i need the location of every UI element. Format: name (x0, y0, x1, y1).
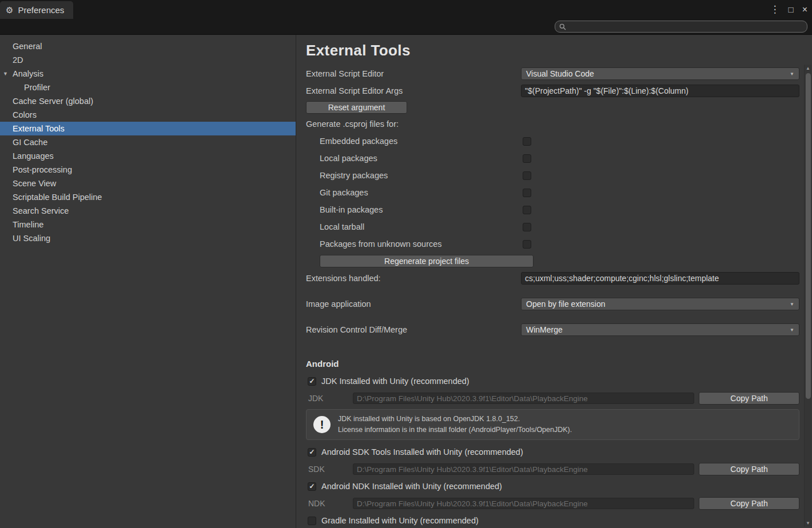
checkbox-embedded-packages[interactable] (523, 137, 531, 146)
jdk-label: JDK (306, 394, 353, 403)
sidebar-item-languages[interactable]: Languages (0, 149, 296, 163)
revision-control-label: Revision Control Diff/Merge (306, 325, 521, 334)
tab-preferences[interactable]: ⚙ Preferences (0, 1, 73, 19)
checkbox-git-packages[interactable] (523, 189, 531, 197)
checkbox-local-packages[interactable] (523, 154, 531, 163)
check-icon: ✓ (309, 378, 315, 385)
scrollbar-thumb[interactable] (806, 73, 811, 399)
menu-icon[interactable]: ⋮ (770, 5, 780, 14)
sdk-path-field (353, 463, 694, 475)
checkbox-builtin-packages[interactable] (523, 206, 531, 214)
sidebar-item-profiler[interactable]: Profiler (0, 81, 296, 94)
search-icon (559, 23, 566, 30)
sidebar-item-post-processing[interactable]: Post-processing (0, 163, 296, 177)
chevron-down-icon: ▼ (790, 71, 794, 77)
sidebar-item-scene-view[interactable]: Scene View (0, 177, 296, 190)
sdk-installed-label: Android SDK Tools Installed with Unity (… (321, 447, 523, 457)
check-icon: ✓ (309, 449, 315, 455)
search-field[interactable] (555, 21, 807, 33)
sidebar-item-search-service[interactable]: Search Service (0, 204, 296, 218)
sidebar-item-external-tools[interactable]: External Tools (0, 122, 296, 135)
external-script-editor-dropdown[interactable]: Visual Studio Code ▼ (521, 67, 799, 80)
jdk-path-field (353, 393, 694, 404)
content-area: General 2D ▼Analysis Profiler Cache Serv… (0, 35, 812, 528)
ndk-copy-path-button[interactable]: Copy Path (699, 497, 799, 510)
local-tarball-label: Local tarball (306, 222, 521, 231)
registry-packages-label: Registry packages (306, 171, 521, 180)
sidebar-item-ui-scaling[interactable]: UI Scaling (0, 231, 296, 245)
preferences-window: ⚙ Preferences ⋮ □ × General 2D ▼Analysis… (0, 0, 812, 528)
scrollbar[interactable]: ▲ ▼ (804, 65, 811, 527)
scroll-up-icon[interactable]: ▲ (805, 65, 811, 72)
checkbox-unknown-sources[interactable] (523, 240, 531, 249)
image-application-label: Image application (306, 299, 521, 309)
sdk-copy-path-button[interactable]: Copy Path (699, 463, 799, 475)
ndk-path-field (353, 498, 694, 509)
script-editor-args-input[interactable] (521, 85, 799, 97)
sidebar-item-cache-server[interactable]: Cache Server (global) (0, 94, 296, 108)
checkbox-registry-packages[interactable] (523, 171, 531, 180)
sidebar-item-2d[interactable]: 2D (0, 53, 296, 67)
jdk-info-line1: JDK installed with Unity is based on Ope… (338, 414, 572, 425)
scroll-down-icon[interactable]: ▼ (805, 519, 811, 527)
info-icon: ! (313, 416, 331, 433)
search-input[interactable] (569, 22, 803, 31)
maximize-icon[interactable]: □ (789, 5, 794, 14)
builtin-packages-label: Built-in packages (306, 205, 521, 214)
embedded-packages-label: Embedded packages (306, 137, 521, 146)
local-packages-label: Local packages (306, 154, 521, 163)
sdk-installed-checkbox[interactable]: ✓ (308, 448, 316, 457)
git-packages-label: Git packages (306, 188, 521, 197)
external-script-editor-label: External Script Editor (306, 69, 521, 78)
sidebar: General 2D ▼Analysis Profiler Cache Serv… (0, 35, 296, 528)
chevron-down-icon: ▼ (790, 302, 794, 307)
jdk-info-box: ! JDK installed with Unity is based on O… (306, 409, 799, 440)
checkbox-local-tarball[interactable] (523, 223, 531, 231)
sidebar-item-scriptable-build-pipeline[interactable]: Scriptable Build Pipeline (0, 190, 296, 204)
page-title: External Tools (306, 42, 799, 59)
window-controls: ⋮ □ × (770, 0, 807, 19)
toolbar (0, 19, 812, 35)
close-icon[interactable]: × (802, 5, 807, 14)
image-application-dropdown[interactable]: Open by file extension ▼ (521, 298, 799, 310)
android-section-title: Android (306, 358, 799, 370)
main-panel: External Tools External Script Editor Vi… (296, 35, 812, 528)
jdk-info-line2: License information is in the install fo… (338, 425, 572, 435)
sdk-label: SDK (306, 465, 353, 474)
sidebar-item-analysis[interactable]: ▼Analysis (0, 67, 296, 81)
expand-triangle-icon[interactable]: ▼ (3, 67, 8, 81)
sidebar-item-colors[interactable]: Colors (0, 108, 296, 122)
ndk-label: NDK (306, 499, 353, 508)
extensions-handled-label: Extensions handled: (306, 274, 521, 283)
gradle-installed-label: Gradle Installed with Unity (recommended… (321, 516, 479, 525)
gradle-installed-checkbox[interactable] (308, 517, 316, 525)
jdk-installed-label: JDK Installed with Unity (recommended) (321, 377, 469, 386)
unknown-sources-label: Packages from unknown sources (306, 239, 521, 249)
sidebar-item-timeline[interactable]: Timeline (0, 218, 296, 231)
jdk-copy-path-button[interactable]: Copy Path (699, 392, 799, 405)
ndk-installed-label: Android NDK Installed with Unity (recomm… (321, 482, 502, 491)
script-editor-args-label: External Script Editor Args (306, 86, 521, 95)
extensions-handled-input[interactable] (521, 272, 799, 285)
generate-csproj-label: Generate .csproj files for: (306, 119, 521, 129)
gear-icon: ⚙ (6, 5, 13, 15)
title-bar: ⚙ Preferences ⋮ □ × (0, 0, 812, 19)
chevron-down-icon: ▼ (790, 327, 794, 333)
sidebar-item-gi-cache[interactable]: GI Cache (0, 135, 296, 149)
jdk-installed-checkbox[interactable]: ✓ (308, 377, 316, 386)
check-icon: ✓ (309, 483, 315, 490)
revision-control-dropdown[interactable]: WinMerge ▼ (521, 323, 799, 336)
tab-title: Preferences (18, 5, 64, 15)
regenerate-project-files-button[interactable]: Regenerate project files (320, 255, 534, 267)
ndk-installed-checkbox[interactable]: ✓ (308, 482, 316, 491)
sidebar-item-general[interactable]: General (0, 39, 296, 53)
reset-argument-button[interactable]: Reset argument (306, 101, 407, 114)
